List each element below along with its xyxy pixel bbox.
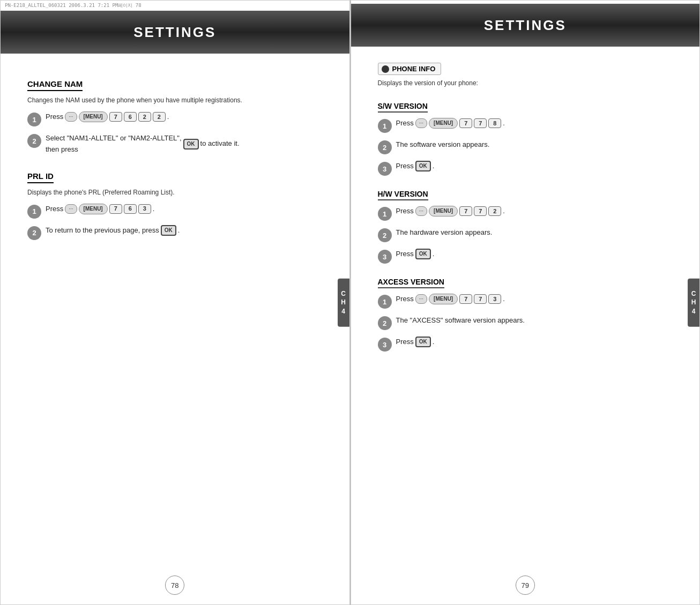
right-header-title: SETTINGS — [484, 17, 567, 34]
prl-step-2-text: To return to the previous page, press — [46, 225, 159, 236]
sw-step-3-dot: . — [433, 161, 435, 172]
hw-step-3-press: Press — [396, 249, 414, 260]
key-ok-2: OK — [161, 225, 176, 236]
axcess-step-2: 2 The "AXCESS" software version appears. — [378, 315, 673, 330]
step-num-1: 1 — [27, 113, 41, 126]
key-2-3: 2 — [488, 206, 501, 216]
prl-step-1: 1 Press ··· [MENU] 7 6 3 . — [27, 204, 323, 219]
axcess-step-2-content: The "AXCESS" software version appears. — [396, 315, 525, 326]
key-menu-2: [MENU] — [79, 204, 108, 214]
h-label: H — [340, 298, 347, 307]
prl-step-2-content: To return to the previous page, press OK… — [46, 225, 180, 236]
step-num-2: 2 — [27, 134, 41, 148]
sw-step-1: 1 Press ··· [MENU] 7 7 8 . — [378, 118, 673, 133]
prl-step-2: 2 To return to the previous page, press … — [27, 225, 323, 240]
left-header-title: SETTINGS — [133, 24, 216, 41]
prl-step-1-dot: . — [153, 204, 155, 215]
axcess-step-1: 1 Press ··· [MENU] 7 7 3 . — [378, 294, 673, 309]
axcess-step-1-content: Press ··· [MENU] 7 7 3 . — [396, 294, 505, 305]
key-6-1: 6 — [124, 112, 137, 122]
key-2-2: 2 — [153, 112, 166, 122]
phone-info-dot-icon — [382, 65, 389, 73]
sw-step-num-3: 3 — [378, 162, 392, 176]
key-7-6: 7 — [474, 206, 487, 216]
sw-version-title: S/W VERSION — [378, 102, 428, 113]
axcess-step-num-3: 3 — [378, 338, 392, 352]
change-nam-section: CHANGE NAM Changes the NAM used by the p… — [27, 70, 323, 155]
hw-step-3-content: Press OK . — [396, 249, 435, 260]
key-7-5: 7 — [459, 206, 472, 216]
sw-step-num-1: 1 — [378, 119, 392, 133]
axcess-step-3-content: Press OK . — [396, 337, 435, 348]
prl-step-1-content: Press ··· [MENU] 7 6 3 . — [46, 204, 154, 215]
axcess-step-num-1: 1 — [378, 295, 392, 309]
sw-step-2-text: The software version appears. — [396, 139, 490, 151]
prl-step-1-press: Press — [46, 204, 63, 215]
axcess-step-3-press: Press — [396, 337, 414, 348]
key-soft-1: ··· — [65, 112, 77, 122]
change-nam-desc: Changes the NAM used by the phone when y… — [27, 95, 323, 105]
key-ok-hw: OK — [415, 249, 431, 259]
prl-id-section: PRL ID Displays the phone's PRL (Preferr… — [27, 162, 323, 240]
sw-version-section: S/W VERSION 1 Press ··· [MENU] 7 7 8 . — [378, 94, 673, 176]
ch-label: C — [340, 289, 347, 298]
left-content: CHANGE NAM Changes the NAM used by the p… — [1, 64, 349, 257]
key-7-4: 7 — [474, 118, 487, 128]
prl-step-2-dot: . — [178, 225, 180, 236]
key-6-2: 6 — [124, 204, 137, 214]
hw-step-1-dot: . — [503, 206, 505, 217]
axcess-step-3: 3 Press OK . — [378, 337, 673, 352]
change-nam-title: CHANGE NAM — [27, 79, 83, 91]
key-soft-2: ··· — [65, 204, 77, 214]
key-ok-sw: OK — [415, 161, 431, 171]
hw-step-num-2: 2 — [378, 228, 392, 242]
key-7-8: 7 — [474, 294, 487, 304]
chapter-tab-right-page: C H 4 — [688, 278, 699, 326]
key-soft-3: ··· — [415, 118, 427, 128]
chapter-tab-left-page: C H 4 — [338, 278, 349, 326]
key-soft-5: ··· — [415, 294, 427, 304]
key-soft-4: ··· — [415, 206, 427, 216]
phone-info-badge: PHONE INFO — [378, 63, 442, 75]
prl-id-title: PRL ID — [27, 171, 54, 183]
key-3-1: 3 — [138, 204, 151, 214]
sw-step-num-2: 2 — [378, 140, 392, 154]
axcess-step-1-press: Press — [396, 294, 414, 305]
hw-step-2-text: The hardware version appears. — [396, 227, 493, 238]
phone-info-text: PHONE INFO — [392, 65, 436, 73]
hw-step-1-content: Press ··· [MENU] 7 7 2 . — [396, 206, 505, 217]
step-1-dot: . — [167, 111, 169, 123]
sw-version-steps: 1 Press ··· [MENU] 7 7 8 . 2 The softwar… — [378, 118, 673, 176]
hw-step-2-content: The hardware version appears. — [396, 227, 493, 238]
sw-step-3-content: Press OK . — [396, 161, 435, 172]
axcess-version-title: AXCESS VERSION — [378, 278, 444, 288]
print-meta: PN-E218_ALLTEL_060321 2006.3.21 7:21 PM페… — [1, 1, 349, 11]
key-menu-3: [MENU] — [429, 118, 458, 129]
change-nam-steps: 1 Press ··· [MENU] 7 6 2 2 . 2 — [27, 111, 323, 155]
hw-version-section: H/W VERSION 1 Press ··· [MENU] 7 7 2 . — [378, 182, 673, 264]
axcess-version-steps: 1 Press ··· [MENU] 7 7 3 . 2 The "AXCESS… — [378, 294, 673, 352]
left-page: PN-E218_ALLTEL_060321 2006.3.21 7:21 PM페… — [0, 0, 350, 605]
key-7-2: 7 — [109, 204, 122, 214]
hw-step-3-dot: . — [433, 249, 435, 260]
hw-step-2: 2 The hardware version appears. — [378, 227, 673, 242]
hw-step-1-press: Press — [396, 206, 414, 217]
prl-id-steps: 1 Press ··· [MENU] 7 6 3 . 2 To re — [27, 204, 323, 240]
page-number-78: 78 — [165, 576, 184, 595]
sw-step-2: 2 The software version appears. — [378, 139, 673, 154]
key-2-1: 2 — [138, 112, 151, 122]
hw-version-title: H/W VERSION — [378, 190, 428, 200]
sw-step-2-content: The software version appears. — [396, 139, 490, 151]
key-7-1: 7 — [109, 112, 122, 122]
key-7-7: 7 — [459, 294, 472, 304]
axcess-step-num-2: 2 — [378, 316, 392, 330]
axcess-step-2-text: The "AXCESS" software version appears. — [396, 315, 525, 326]
sw-step-1-press: Press — [396, 118, 414, 129]
sw-step-3-press: Press — [396, 161, 414, 172]
step-2-text2: to activate it. — [200, 138, 240, 150]
hw-step-num-1: 1 — [378, 207, 392, 221]
hw-step-num-3: 3 — [378, 250, 392, 264]
right-content: PHONE INFO Displays the version of your … — [351, 57, 700, 369]
ch-num: 4 — [340, 307, 347, 316]
key-ok-1: OK — [183, 139, 199, 150]
